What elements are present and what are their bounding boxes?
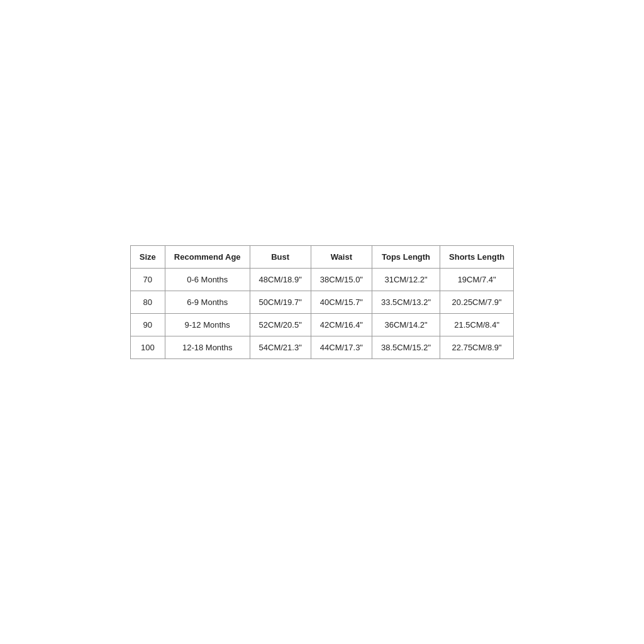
cell-shorts-length: 22.75CM/8.9" [440,336,514,359]
cell-size: 80 [130,291,165,314]
header-bust: Bust [250,246,311,269]
cell-bust: 48CM/18.9" [250,269,311,291]
size-chart-table: Size Recommend Age Bust Waist Tops Lengt… [130,245,514,359]
cell-waist: 38CM/15.0" [311,269,372,291]
cell-waist: 40CM/15.7" [311,291,372,314]
cell-shorts-length: 21.5CM/8.4" [440,314,514,336]
cell-shorts-length: 20.25CM/7.9" [440,291,514,314]
cell-tops-length: 38.5CM/15.2" [372,336,440,359]
header-shorts-length: Shorts Length [440,246,514,269]
cell-shorts-length: 19CM/7.4" [440,269,514,291]
cell-tops-length: 36CM/14.2" [372,314,440,336]
cell-waist: 44CM/17.3" [311,336,372,359]
cell-size: 70 [130,269,165,291]
table-row: 909-12 Months52CM/20.5"42CM/16.4"36CM/14… [130,314,513,336]
cell-bust: 54CM/21.3" [250,336,311,359]
size-chart-container: Size Recommend Age Bust Waist Tops Lengt… [69,245,575,359]
header-tops-length: Tops Length [372,246,440,269]
table-row: 10012-18 Months54CM/21.3"44CM/17.3"38.5C… [130,336,513,359]
cell-age: 12-18 Months [165,336,250,359]
cell-bust: 52CM/20.5" [250,314,311,336]
cell-waist: 42CM/16.4" [311,314,372,336]
header-size: Size [130,246,165,269]
cell-age: 9-12 Months [165,314,250,336]
header-waist: Waist [311,246,372,269]
cell-size: 100 [130,336,165,359]
header-recommend-age: Recommend Age [165,246,250,269]
cell-age: 6-9 Months [165,291,250,314]
cell-bust: 50CM/19.7" [250,291,311,314]
table-row: 806-9 Months50CM/19.7"40CM/15.7"33.5CM/1… [130,291,513,314]
cell-tops-length: 33.5CM/13.2" [372,291,440,314]
cell-age: 0-6 Months [165,269,250,291]
table-row: 700-6 Months48CM/18.9"38CM/15.0"31CM/12.… [130,269,513,291]
cell-tops-length: 31CM/12.2" [372,269,440,291]
table-header-row: Size Recommend Age Bust Waist Tops Lengt… [130,246,513,269]
cell-size: 90 [130,314,165,336]
